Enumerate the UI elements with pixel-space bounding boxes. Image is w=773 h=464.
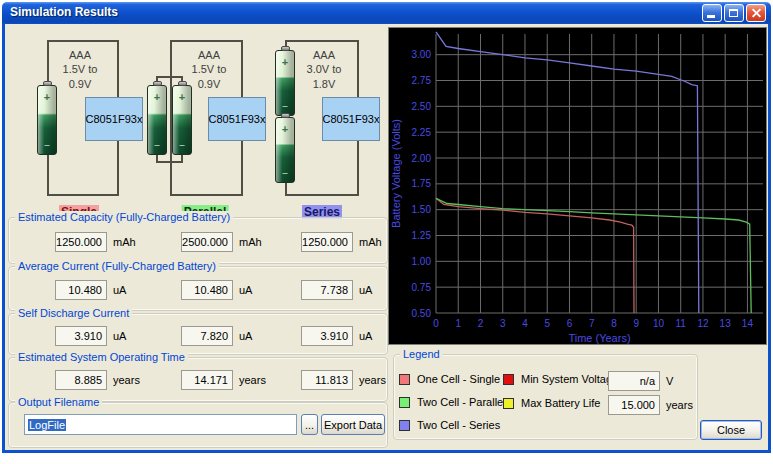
current-series-field: 7.738 <box>301 280 353 300</box>
svg-text:2.50: 2.50 <box>412 101 432 112</box>
window-border <box>768 24 771 453</box>
optime-series-field: 11.813 <box>301 370 353 390</box>
svg-text:8: 8 <box>611 318 617 329</box>
svg-text:2: 2 <box>478 318 484 329</box>
filename-input[interactable]: LogFile <box>24 414 297 435</box>
export-data-button[interactable]: Export Data <box>321 414 385 435</box>
unit-label: uA <box>113 280 126 300</box>
svg-text:3: 3 <box>500 318 506 329</box>
group-title: Output Filename <box>15 396 102 408</box>
svg-text:11: 11 <box>675 318 686 329</box>
unit-label: mAh <box>239 232 262 252</box>
group-title: Average Current (Fully-Charged Battery) <box>15 260 219 272</box>
battery-terminal <box>178 81 187 86</box>
battery-cell: +– <box>275 50 295 116</box>
svg-text:1.75: 1.75 <box>412 178 432 189</box>
unit-label: uA <box>359 326 372 346</box>
unit-label: V <box>666 371 673 391</box>
discharge-series-field: 3.910 <box>301 326 353 346</box>
minimize-button[interactable] <box>702 4 722 22</box>
window-border <box>2 450 771 453</box>
unit-label: uA <box>113 326 126 346</box>
maximize-icon <box>729 9 738 17</box>
legend-swatch-series <box>399 420 410 431</box>
unit-label: years <box>239 370 266 390</box>
svg-text:1: 1 <box>455 318 461 329</box>
capacity-series-field: 1250.000 <box>301 232 353 252</box>
titlebar[interactable]: Simulation Results <box>2 2 771 24</box>
unit-label: uA <box>239 326 252 346</box>
svg-text:Time (Years): Time (Years) <box>568 332 630 344</box>
window-border <box>2 24 5 453</box>
battery-cell: +– <box>172 85 192 155</box>
discharge-parallel-field: 7.820 <box>181 326 233 346</box>
legend-swatch-max-life <box>503 398 514 409</box>
battery-spec-single: AAA 1.5V to 0.9V <box>63 48 98 91</box>
legend-group: Legend One Cell - Single Two Cell - Para… <box>393 354 698 440</box>
chart-panel: 012345678910111213140.500.751.001.251.50… <box>388 27 767 345</box>
discharge-single-field: 3.910 <box>55 326 107 346</box>
minimize-icon <box>707 15 715 18</box>
svg-text:0.50: 0.50 <box>412 308 432 319</box>
mcu-chip-single: C8051F93x <box>85 97 143 141</box>
unit-label: mAh <box>113 232 136 252</box>
svg-text:1.25: 1.25 <box>412 230 432 241</box>
capacity-parallel-field: 2500.000 <box>181 232 233 252</box>
legend-item-label: One Cell - Single <box>417 373 500 385</box>
legend-swatch-single <box>399 374 410 385</box>
group-self-discharge: Self Discharge Current 3.910 uA 7.820 uA… <box>8 313 388 355</box>
battery-spec-parallel: AAA 1.5V to 0.9V <box>192 48 227 91</box>
svg-text:2.25: 2.25 <box>412 127 432 138</box>
svg-text:4: 4 <box>522 318 528 329</box>
svg-text:2.75: 2.75 <box>412 75 432 86</box>
maximize-button[interactable] <box>724 4 744 22</box>
legend-title: Legend <box>400 348 443 360</box>
max-battery-life-field: 15.000 <box>608 395 660 415</box>
current-single-field: 10.480 <box>55 280 107 300</box>
battery-terminal <box>281 46 290 51</box>
legend-item-label: Two Cell - Parallel <box>417 396 506 408</box>
unit-label: years <box>113 370 140 390</box>
simulation-results-dialog: Simulation Results AAA 1.5V to 0.9V +– C… <box>2 2 771 453</box>
svg-text:0: 0 <box>433 318 439 329</box>
svg-text:7: 7 <box>589 318 595 329</box>
svg-text:1.50: 1.50 <box>412 204 432 215</box>
battery-voltage-chart: 012345678910111213140.500.751.001.251.50… <box>389 28 766 344</box>
svg-text:12: 12 <box>697 318 709 329</box>
group-title: Estimated Capacity (Fully-Charged Batter… <box>15 211 233 223</box>
battery-cell: +– <box>147 85 167 155</box>
min-system-voltage-field: n/a <box>608 371 660 391</box>
battery-spec-series: AAA 3.0V to 1.8V <box>307 48 342 91</box>
svg-text:1.00: 1.00 <box>412 256 432 267</box>
svg-text:2.00: 2.00 <box>412 153 432 164</box>
filename-selected-text: LogFile <box>28 419 66 431</box>
optime-single-field: 8.885 <box>55 370 107 390</box>
current-parallel-field: 10.480 <box>181 280 233 300</box>
group-estimated-capacity: Estimated Capacity (Fully-Charged Batter… <box>8 217 388 264</box>
svg-text:0.75: 0.75 <box>412 282 432 293</box>
svg-text:14: 14 <box>742 318 754 329</box>
battery-cell: +– <box>275 117 295 183</box>
legend-param-label: Min System Voltage <box>521 373 618 385</box>
battery-terminal <box>43 81 52 86</box>
battery-terminal <box>153 81 162 86</box>
close-window-button[interactable] <box>746 4 766 22</box>
screen: Simulation Results AAA 1.5V to 0.9V +– C… <box>0 0 773 464</box>
group-output-filename: Output Filename LogFile ... Export Data <box>8 402 388 448</box>
svg-text:5: 5 <box>544 318 550 329</box>
unit-label: mAh <box>359 232 382 252</box>
window-title: Simulation Results <box>10 5 118 19</box>
unit-label: uA <box>239 280 252 300</box>
svg-text:6: 6 <box>567 318 573 329</box>
unit-label: uA <box>359 280 372 300</box>
group-title: Self Discharge Current <box>15 307 132 319</box>
svg-text:3.00: 3.00 <box>412 49 432 60</box>
group-average-current: Average Current (Fully-Charged Battery) … <box>8 266 388 311</box>
svg-text:9: 9 <box>633 318 639 329</box>
browse-button[interactable]: ... <box>301 414 318 435</box>
svg-text:13: 13 <box>720 318 732 329</box>
optime-parallel-field: 14.171 <box>181 370 233 390</box>
unit-label: years <box>666 395 693 415</box>
close-button[interactable]: Close <box>700 420 762 440</box>
battery-cell: +– <box>37 85 57 155</box>
